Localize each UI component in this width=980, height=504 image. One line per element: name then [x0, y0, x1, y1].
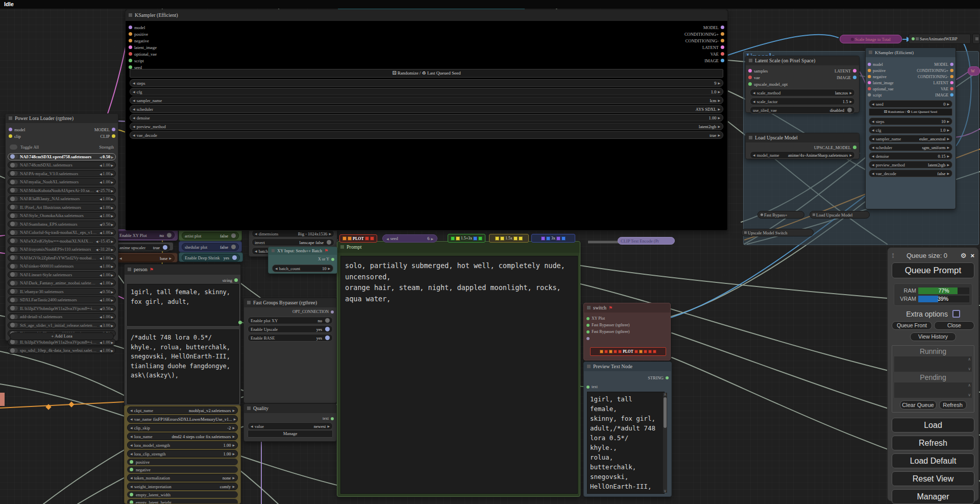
lora-toggle[interactable]: [10, 281, 18, 285]
input-dot[interactable]: [748, 82, 752, 86]
lora-name[interactable]: NAI\bGV0c2ZpbmFsYW5zd2Vy-noobaiXLN...: [20, 255, 97, 260]
widget-value[interactable]: true: [709, 133, 716, 138]
output-dot[interactable]: [853, 146, 856, 149]
widget-row[interactable]: ◀scale_methodlanczos▶: [750, 89, 855, 97]
upscale-model-switch-pill[interactable]: Upscale Model Switch: [741, 229, 814, 236]
lora-strength[interactable]: ◀ -31.20 ▶: [96, 247, 113, 252]
lora-name[interactable]: NAI\Ssambatea_EPS.safetensors: [20, 222, 78, 227]
widget-row[interactable]: ◀model_nameanime/4x-AnimeSharp.safetenso…: [750, 151, 855, 159]
left-arrow-icon[interactable]: ◀: [133, 99, 135, 102]
lora-row[interactable]: NAI\Colorful-Sq-tradi-noobaiXL_eps_v110_…: [8, 229, 116, 236]
scale-1-5x-button[interactable]: 1.5x: [489, 234, 529, 243]
toggle-knob[interactable]: [327, 240, 331, 245]
lora-strength[interactable]: ◀ -25.70 ▶: [96, 188, 113, 193]
lora-toggle[interactable]: [10, 255, 18, 260]
lora-toggle[interactable]: [10, 213, 18, 218]
prompt-textarea[interactable]: solo, partially submerged, hot well, com…: [340, 256, 578, 494]
output-dot[interactable]: [721, 32, 724, 36]
lora-name[interactable]: NAI\MikoKubotaNoobAIApexAi-10.safetensor…: [20, 188, 94, 193]
node-title-bar[interactable]: Power Lora Loader (rgthree): [6, 114, 118, 123]
input-dot[interactable]: [129, 26, 132, 29]
lora-row[interactable]: IL\ebanya-30.safetensors ◀ 0.50 ▶: [8, 288, 116, 295]
lora-row[interactable]: SDXLFaeTastic2400.safetensors ◀ 1.00 ▶: [8, 296, 116, 303]
pending-list[interactable]: ∧ ∨: [894, 382, 972, 398]
lora-row[interactable]: NAI\Dark_Fantasy_anime_noobai.safetensor…: [8, 279, 116, 286]
widget-row[interactable]: ◀batch_count10▶: [272, 265, 333, 272]
lora-strength[interactable]: ◀ 0.50 ▶: [100, 289, 113, 294]
lora-toggle[interactable]: [10, 315, 18, 319]
plot-button[interactable]: PLOT: [590, 347, 666, 356]
node-title-bar[interactable]: KSampler (Efficient): [866, 48, 955, 57]
widget-row[interactable]: ◀seed0▶: [869, 100, 952, 108]
widget-value[interactable]: 1.00: [224, 451, 231, 457]
clip-text-encode-pill[interactable]: CLIP Text Encode (Pr: [618, 237, 675, 245]
input-dot[interactable]: [868, 87, 871, 90]
right-arrow-icon[interactable]: ▶: [718, 99, 720, 102]
anime-upscaler-node[interactable]: ◀anime upscalertrue▶: [113, 242, 174, 251]
lora-name[interactable]: NAI\Lineart-Style.safetensors: [20, 272, 72, 277]
toggle-knob[interactable]: [232, 255, 237, 260]
quality-node[interactable]: Quality text ◀valuenewest▶ Manage: [243, 403, 337, 442]
node-title-bar[interactable]: Latent Scale (on Pixel Space): [746, 56, 859, 65]
widget-row[interactable]: ◀token_normalization none▶: [127, 474, 238, 482]
widget-row[interactable]: ◀vae_decodefalse▶: [869, 170, 952, 177]
lora-toggle[interactable]: [10, 247, 18, 252]
left-arrow-icon[interactable]: ◀: [133, 133, 135, 137]
widget-row[interactable]: ◀ vae_decode true ▶: [130, 131, 723, 139]
toggle-knob[interactable]: [325, 327, 330, 331]
input-dot[interactable]: [586, 386, 590, 389]
output-dot[interactable]: [721, 39, 724, 42]
widget-value[interactable]: fixFP16ErrorsSDXLLowerMemoryUse_v1...: [153, 417, 232, 422]
increment-arrow-icon[interactable]: ▶: [110, 198, 113, 201]
input-dot[interactable]: [868, 81, 871, 84]
output-dot[interactable]: [721, 59, 724, 62]
xy-input-seeds-batch-node[interactable]: XY Input: Seeds++ Batch⚑ X or Y ◀batch_c…: [268, 247, 337, 274]
view-history-button[interactable]: View History: [910, 332, 956, 341]
queue-prompt-button[interactable]: Queue Prompt: [892, 262, 974, 278]
widget-row[interactable]: ◀steps10▶: [869, 117, 952, 125]
increment-arrow-icon[interactable]: ▶: [110, 307, 113, 310]
scale-3x-button[interactable]: 3x: [531, 234, 575, 243]
widget-row[interactable]: ◀lora_name dmd2 4 steps color fix.safete…: [127, 433, 238, 440]
lora-toggle[interactable]: [10, 306, 18, 310]
lora-toggle[interactable]: [10, 348, 18, 353]
lora-strength[interactable]: ◀ 1.00 ▶: [100, 213, 113, 218]
ksampler-efficient-node[interactable]: KSampler (Efficient) modelpositivenegati…: [125, 9, 728, 231]
toggle-row[interactable]: ◀shedular plotfalse▶: [182, 243, 239, 251]
widget-value[interactable]: 1.0: [711, 89, 717, 94]
lora-toggle[interactable]: [10, 298, 18, 302]
lora-name[interactable]: NAI\Dark_Fantasy_anime_noobai.safetensor…: [20, 280, 97, 285]
left-arrow-icon[interactable]: ◀: [133, 107, 135, 111]
lora-row[interactable]: NAI\Lineart-Style.safetensors ◀ 1.00 ▶: [8, 271, 116, 278]
scroll-up-icon[interactable]: ∧: [968, 383, 971, 387]
lora-strength[interactable]: ◀ 1.00 ▶: [100, 171, 113, 176]
lora-strength[interactable]: ◀ 1.00 ▶: [100, 297, 113, 302]
widget-value[interactable]: 1.00: [709, 115, 717, 121]
lora-name[interactable]: SDXLFaeTastic2400.safetensors: [20, 297, 77, 302]
right-arrow-icon[interactable]: ▶: [718, 116, 720, 119]
lora-name[interactable]: IL\ebanya-30.safetensors: [20, 289, 64, 294]
widget-row[interactable]: ◀vae_name fixFP16ErrorsSDXLLowerMemoryUs…: [127, 415, 238, 423]
widget-row[interactable]: ◀ sampler_name lcm ▶: [130, 97, 723, 104]
lora-name[interactable]: NAI\Colorful-Sq-tradi-noobaiXL_eps_v110_…: [20, 230, 97, 235]
widget-row[interactable]: ◀weight_interpretation comfy▶: [127, 483, 238, 490]
increment-arrow-icon[interactable]: ▶: [110, 240, 113, 243]
lora-toggle[interactable]: [10, 230, 18, 235]
input-dot[interactable]: [129, 39, 132, 42]
lora-toggle[interactable]: [10, 188, 18, 193]
node-title-bar[interactable]: person⚑: [125, 265, 240, 275]
widget-row[interactable]: ◀valuenewest▶: [248, 422, 333, 430]
widget-value[interactable]: lcm: [710, 98, 717, 103]
input-dot[interactable]: [586, 330, 590, 333]
output-dot[interactable]: [950, 93, 953, 97]
switch-node[interactable]: switch⚑ XY PlotFast Bypasser (rgthree)Fa…: [583, 303, 671, 361]
output-dot[interactable]: [950, 69, 953, 72]
manager-button[interactable]: Manager: [892, 489, 974, 504]
increment-arrow-icon[interactable]: ▶: [110, 206, 113, 209]
close-panel-icon[interactable]: ×: [970, 252, 974, 259]
load-button[interactable]: Load: [892, 418, 974, 433]
scale-image-to-total-node[interactable]: Scale Image to Total: [840, 35, 902, 43]
increment-arrow-icon[interactable]: ▶: [110, 257, 113, 260]
scroll-up-icon[interactable]: ∧: [663, 393, 667, 396]
output-dot[interactable]: [853, 76, 856, 79]
